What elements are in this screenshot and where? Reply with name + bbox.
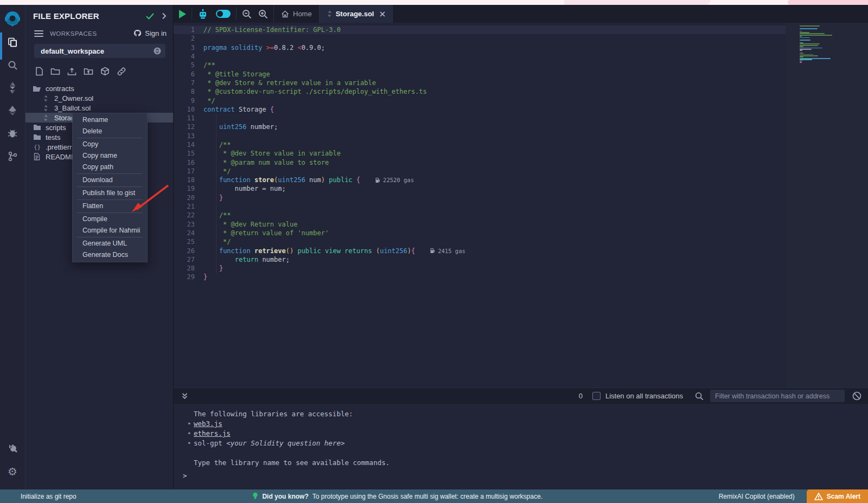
- code-line-21[interactable]: 21: [174, 202, 786, 211]
- remix-logo-icon[interactable]: [2, 7, 23, 31]
- code-line-13[interactable]: 13: [174, 132, 786, 140]
- code-line-20[interactable]: 20 }: [174, 194, 786, 202]
- ai-copilot-robot-icon[interactable]: [197, 9, 208, 20]
- menu-item-copy[interactable]: Copy: [73, 139, 147, 150]
- code-line-22[interactable]: 22 /**: [174, 211, 786, 220]
- workspaces-menu-icon[interactable]: [34, 30, 43, 37]
- panel-title: FILE EXPLORER: [33, 11, 146, 21]
- code-editor[interactable]: 1// SPDX-License-Identifier: GPL-3.023pr…: [174, 23, 868, 388]
- import-url-link-icon[interactable]: [117, 67, 126, 76]
- code-line-16[interactable]: 16 * @param num value to store: [174, 158, 786, 166]
- listen-transactions-checkbox[interactable]: [592, 392, 601, 400]
- import-ipfs-icon[interactable]: [100, 67, 110, 76]
- init-git-repo-button[interactable]: Initialize as git repo: [0, 493, 76, 500]
- copilot-toggle[interactable]: [216, 10, 231, 18]
- menu-item-compile[interactable]: Compile: [73, 214, 147, 225]
- chevron-right-icon[interactable]: [162, 12, 167, 20]
- workspace-select[interactable]: default_workspace: [34, 44, 165, 58]
- solidity-file-icon: [41, 114, 50, 121]
- expand-terminal-icon[interactable]: [181, 392, 188, 400]
- gas-pump-icon: [375, 177, 380, 183]
- code-line-29[interactable]: 29}: [174, 273, 786, 281]
- terminal-link-ethers-js[interactable]: ethers.js: [194, 429, 231, 437]
- code-line-6[interactable]: 6 * @title Storage: [174, 69, 786, 78]
- file-context-menu: RenameDeleteCopyCopy nameCopy pathDownlo…: [72, 113, 148, 262]
- clear-console-ban-icon[interactable]: [852, 391, 861, 401]
- code-line-1[interactable]: 1// SPDX-License-Identifier: GPL-3.0: [174, 25, 786, 34]
- plugin-manager-icon[interactable]: [0, 437, 25, 460]
- file-explorer-icon[interactable]: [0, 31, 25, 54]
- menu-item-copy-path[interactable]: Copy path: [73, 162, 147, 173]
- code-line-18[interactable]: 18 function store(uint256 num) public {2…: [174, 176, 786, 184]
- terminal-output[interactable]: The following libraries are accessible:•…: [174, 404, 868, 489]
- search-icon[interactable]: [0, 54, 25, 76]
- menu-item-flatten[interactable]: Flatten: [73, 201, 147, 212]
- menu-item-download[interactable]: Download: [73, 175, 147, 186]
- code-line-26[interactable]: 26 function retrieve() public view retur…: [174, 246, 786, 255]
- code-line-10[interactable]: 10contract Storage {: [174, 105, 786, 114]
- code-line-11[interactable]: 11: [174, 114, 786, 122]
- menu-item-copy-name[interactable]: Copy name: [73, 150, 147, 162]
- tree-item-2-owner-sol[interactable]: 2_Owner.sol: [25, 93, 173, 103]
- code-text: pragma solidity >=0.8.2 <0.9.0;: [203, 44, 325, 51]
- code-line-19[interactable]: 19 number = num;: [174, 184, 786, 193]
- line-number: 5: [174, 61, 203, 69]
- menu-item-generate-uml[interactable]: Generate UML: [73, 238, 147, 249]
- code-line-24[interactable]: 24 * @return value of 'number': [174, 229, 786, 237]
- menu-item-rename[interactable]: Rename: [73, 114, 147, 126]
- code-line-3[interactable]: 3pragma solidity >=0.8.2 <0.9.0;: [174, 43, 786, 52]
- terminal-prompt[interactable]: >: [183, 472, 187, 480]
- line-number: 12: [174, 123, 203, 131]
- code-line-8[interactable]: 8 * @custom:dev-run-script ./scripts/dep…: [174, 87, 786, 96]
- line-number: 7: [174, 79, 203, 87]
- line-number: 6: [174, 70, 203, 78]
- browser-chrome-shape: [788, 0, 868, 5]
- code-line-17[interactable]: 17 */: [174, 167, 786, 176]
- transaction-filter-input[interactable]: [710, 390, 845, 402]
- minimap[interactable]: [786, 23, 868, 388]
- run-script-button[interactable]: [179, 10, 186, 18]
- solidity-compiler-icon[interactable]: [0, 76, 25, 99]
- code-line-12[interactable]: 12 uint256 number;: [174, 122, 786, 131]
- debugger-icon[interactable]: [0, 122, 25, 145]
- code-line-23[interactable]: 23 * @dev Return value: [174, 220, 786, 229]
- deploy-and-run-icon[interactable]: [0, 99, 25, 122]
- transaction-count-badge: 0: [579, 392, 583, 400]
- git-icon[interactable]: [0, 145, 25, 167]
- menu-item-generate-docs[interactable]: Generate Docs: [73, 249, 147, 261]
- code-line-15[interactable]: 15 * @dev Store value in variable: [174, 149, 786, 158]
- code-line-28[interactable]: 28 }: [174, 264, 786, 273]
- code-line-14[interactable]: 14 /**: [174, 140, 786, 149]
- new-folder-icon[interactable]: [50, 67, 60, 76]
- terminal-search-icon[interactable]: [695, 392, 704, 401]
- zoom-out-icon[interactable]: [242, 9, 252, 19]
- close-tab-icon[interactable]: [380, 11, 385, 17]
- code-line-9[interactable]: 9 */: [174, 96, 786, 105]
- gas-pump-icon: [430, 248, 435, 254]
- tab-storage-sol[interactable]: Storage.sol: [320, 5, 393, 23]
- code-line-4[interactable]: 4: [174, 52, 786, 61]
- upload-file-icon[interactable]: [67, 67, 76, 76]
- line-number: 20: [174, 194, 203, 202]
- tab-home[interactable]: Home: [273, 5, 320, 23]
- tree-item-contracts[interactable]: contracts: [25, 83, 173, 93]
- settings-gear-icon[interactable]: ⚙: [0, 460, 25, 483]
- menu-item-publish-file-to-gist[interactable]: Publish file to gist: [73, 188, 147, 199]
- zoom-in-icon[interactable]: [258, 9, 268, 19]
- gas-estimate-badge: 22520 gas: [375, 177, 414, 183]
- code-line-2[interactable]: 2: [174, 34, 786, 43]
- code-line-25[interactable]: 25 */: [174, 237, 786, 246]
- github-signin-button[interactable]: Sign in: [133, 29, 167, 37]
- terminal-link-web3-js[interactable]: web3.js: [194, 420, 222, 428]
- code-line-7[interactable]: 7 * @dev Store & retrieve value in a var…: [174, 79, 786, 87]
- code-text: * @dev Return value: [203, 221, 297, 228]
- copilot-status-label[interactable]: RemixAI Copilot (enabled): [719, 493, 795, 500]
- upload-folder-icon[interactable]: [84, 67, 93, 76]
- new-file-icon[interactable]: [35, 67, 43, 76]
- menu-item-compile-for-nahmii[interactable]: Compile for Nahmii: [73, 225, 147, 236]
- code-line-5[interactable]: 5/**: [174, 61, 786, 69]
- scam-alert-button[interactable]: Scam Alert: [807, 489, 868, 503]
- menu-item-delete[interactable]: Delete: [73, 126, 147, 137]
- tree-item-3-ballot-sol[interactable]: 3_Ballot.sol: [25, 103, 173, 113]
- code-line-27[interactable]: 27 return number;: [174, 255, 786, 264]
